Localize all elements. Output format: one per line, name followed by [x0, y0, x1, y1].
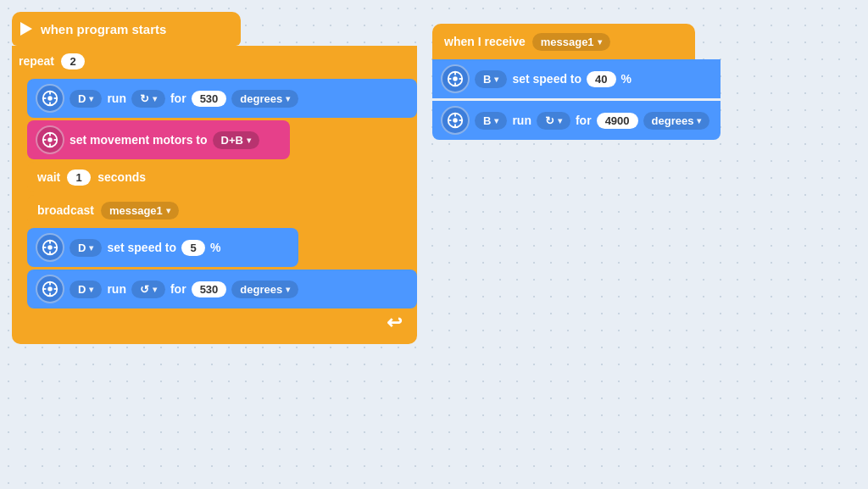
speed1-label: set speed to: [107, 241, 176, 254]
right-run-block[interactable]: B ▾ run ↻ ▾ for 4900 degrees ▾: [432, 101, 721, 140]
run-block-1[interactable]: D ▾ run ↻ ▾ for 530 degrees ▾: [27, 79, 417, 118]
right-speed-unit: %: [621, 72, 632, 86]
run1-value: 530: [192, 91, 227, 107]
play-icon: [20, 22, 32, 36]
run1-for-label: for: [170, 92, 186, 105]
right-block-group: when I receive message1 ▾ B ▾ set speed …: [432, 24, 721, 140]
repeat-block[interactable]: repeat 2: [12, 46, 417, 76]
repeat-count: 2: [61, 53, 85, 69]
repeat-label: repeat: [19, 54, 54, 68]
when-program-starts-label: when program starts: [41, 22, 166, 36]
movement-label: set movement motors to: [70, 133, 208, 147]
wait-value: 1: [67, 169, 91, 186]
right-run-motor[interactable]: B ▾: [475, 112, 507, 130]
motor-icon-1: [36, 84, 64, 113]
run2-run-label: run: [107, 282, 126, 296]
broadcast-label: broadcast: [37, 203, 94, 217]
speed1-motor[interactable]: D ▾: [70, 239, 102, 257]
run2-motor[interactable]: D ▾: [70, 281, 102, 298]
right-run-label: run: [512, 114, 531, 127]
run1-run-label: run: [107, 92, 126, 105]
run1-unit[interactable]: degrees ▾: [231, 90, 298, 108]
motor-icon-run2: [36, 275, 64, 303]
right-speed-label: set speed to: [512, 72, 581, 86]
movement-block[interactable]: set movement motors to D+B ▾: [27, 120, 290, 159]
svg-point-7: [47, 137, 53, 142]
right-run-value: 4900: [597, 113, 638, 129]
broadcast-block[interactable]: broadcast message1 ▾: [27, 195, 417, 225]
svg-point-31: [453, 118, 458, 123]
right-stack: B ▾ set speed to 40 % B ▾ run ↻: [432, 59, 721, 140]
run-block-2[interactable]: D ▾ run ↺ ▾ for 530 degrees ▾: [27, 270, 417, 308]
motor-icon-right-run: [441, 106, 470, 135]
speed1-unit: %: [210, 241, 220, 254]
run2-value: 530: [192, 281, 227, 297]
run2-for-label: for: [170, 282, 186, 296]
run1-direction[interactable]: ↻ ▾: [131, 90, 165, 108]
when-receive-label: when I receive: [444, 35, 526, 48]
indent-stack: D ▾ run ↻ ▾ for 530 degrees ▾: [27, 79, 417, 308]
when-receive-block[interactable]: when I receive message1 ▾: [432, 24, 695, 59]
wait-label: wait: [37, 170, 60, 184]
right-run-for-label: for: [576, 114, 592, 127]
broadcast-value[interactable]: message1 ▾: [101, 202, 179, 219]
right-speed-value: 40: [587, 71, 615, 87]
speed-block-1[interactable]: D ▾ set speed to 5 %: [27, 228, 298, 267]
motor-icon-right-speed: [441, 64, 470, 93]
canvas: when program starts repeat 2 D ▾: [0, 0, 868, 489]
motor-icon-speed1: [36, 233, 64, 262]
repeat-container: repeat 2 D ▾ run ↻ ▾: [12, 46, 417, 344]
svg-point-19: [47, 286, 53, 292]
wait-unit: seconds: [97, 170, 146, 184]
right-run-direction[interactable]: ↻ ▾: [537, 112, 570, 130]
run2-unit[interactable]: degrees ▾: [231, 281, 298, 298]
motor-icon-movement: [36, 125, 64, 154]
right-speed-motor[interactable]: B ▾: [475, 70, 507, 88]
when-program-starts-block[interactable]: when program starts: [12, 12, 241, 46]
svg-point-13: [47, 245, 53, 250]
svg-point-25: [453, 76, 458, 81]
right-speed-block[interactable]: B ▾ set speed to 40 %: [432, 59, 721, 98]
run2-direction[interactable]: ↺ ▾: [131, 281, 165, 298]
svg-point-1: [47, 96, 53, 101]
speed1-value: 5: [181, 240, 205, 256]
movement-value[interactable]: D+B ▾: [213, 131, 259, 149]
wait-block[interactable]: wait 1 seconds: [27, 162, 417, 192]
repeat-back-arrow: ↩: [12, 308, 417, 336]
when-receive-value[interactable]: message1 ▾: [532, 33, 610, 51]
right-run-unit[interactable]: degrees ▾: [643, 112, 710, 130]
run1-motor[interactable]: D ▾: [70, 90, 102, 108]
left-block-group: when program starts repeat 2 D ▾: [12, 12, 417, 344]
